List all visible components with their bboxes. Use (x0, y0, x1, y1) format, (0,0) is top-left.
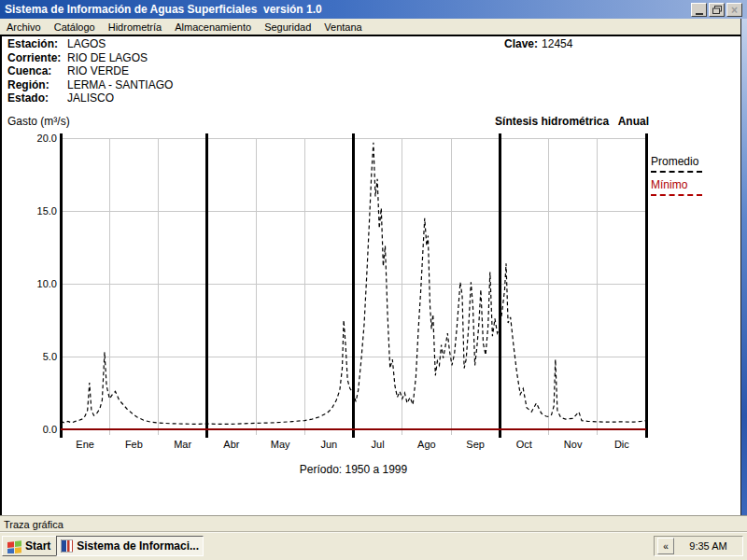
menu-bar: Archivo Catálogo Hidrometría Almacenamie… (0, 19, 747, 35)
svg-text:Ene: Ene (76, 439, 94, 450)
chevron-left-icon: « (663, 541, 669, 552)
start-button[interactable]: Start (2, 536, 58, 556)
minimize-icon (696, 13, 703, 15)
field-label: Estado: (7, 91, 67, 105)
system-tray: « 9:35 AM (654, 536, 743, 556)
info-row-estacion: Estación:LAGOS (7, 37, 173, 51)
field-label: Cuenca: (7, 64, 67, 78)
svg-text:10.0: 10.0 (37, 278, 57, 289)
svg-text:Jun: Jun (321, 439, 338, 450)
field-label: Estación: (7, 37, 67, 51)
status-text: Traza gráfica (4, 519, 63, 530)
desktop: Sistema de Información de Aguas Superfic… (0, 0, 747, 560)
window-title: Sistema de Información de Aguas Superfic… (0, 3, 322, 16)
restore-button[interactable] (709, 3, 725, 17)
field-value: JALISCO (67, 91, 114, 105)
svg-text:May: May (271, 439, 290, 450)
app-icon (61, 539, 73, 553)
svg-text:Nov: Nov (564, 439, 583, 450)
window-right-border (740, 19, 747, 515)
info-row-cuenca: Cuenca:RIO VERDE (7, 64, 173, 78)
status-bar: Traza gráfica (0, 515, 747, 532)
svg-text:Feb: Feb (125, 439, 143, 450)
menu-seguridad[interactable]: Seguridad (258, 21, 317, 33)
y-axis-title: Gasto (m³/s) (7, 115, 70, 128)
svg-text:20.0: 20.0 (37, 133, 57, 144)
svg-text:Sep: Sep (466, 439, 485, 450)
start-label: Start (25, 539, 50, 553)
clave-value: 12454 (542, 37, 572, 50)
svg-text:Jul: Jul (372, 439, 385, 450)
field-value: RIO VERDE (67, 64, 129, 77)
taskbar: Start Sistema de Informaci... « 9:35 AM (0, 532, 747, 560)
info-row-corriente: Corriente:RIO DE LAGOS (7, 51, 173, 65)
tray-clock: 9:35 AM (674, 540, 742, 552)
menu-catalogo[interactable]: Catálogo (48, 21, 102, 33)
svg-text:5.0: 5.0 (43, 351, 57, 362)
svg-text:15.0: 15.0 (37, 205, 57, 217)
station-info: Estación:LAGOS Corriente:RIO DE LAGOS Cu… (7, 37, 173, 105)
chart-legend: Promedio Mínimo (651, 155, 702, 202)
tray-collapse-button[interactable]: « (657, 538, 674, 554)
field-value: RIO DE LAGOS (67, 51, 148, 64)
menu-hidrometria[interactable]: Hidrometría (102, 21, 168, 33)
task-button-sistema[interactable]: Sistema de Informaci... (56, 536, 204, 556)
close-button[interactable]: × (726, 3, 742, 17)
clave-label: Clave: (504, 37, 538, 50)
svg-text:0.0: 0.0 (43, 424, 57, 435)
info-row-estado: Estado:JALISCO (7, 91, 173, 105)
windows-logo-icon (7, 539, 22, 553)
legend-minimo-label: Mínimo (651, 178, 702, 191)
menu-archivo[interactable]: Archivo (0, 21, 48, 33)
hydrograph-chart: 0.05.010.015.020.0EneFebMarAbrMayJunJulA… (23, 133, 654, 459)
legend-minimo-sample (651, 194, 702, 196)
menu-almacenamiento[interactable]: Almacenamiento (168, 21, 258, 33)
window-controls: × (691, 3, 742, 17)
svg-text:Abr: Abr (223, 439, 239, 450)
clave-field: Clave:12454 (504, 37, 572, 50)
field-value: LAGOS (67, 37, 106, 50)
svg-text:Ago: Ago (417, 439, 436, 450)
info-row-region: Región:LERMA - SANTIAGO (7, 78, 173, 92)
svg-text:Dic: Dic (614, 439, 629, 450)
chart-title: Síntesis hidrométrica Anual (355, 115, 649, 128)
period-caption: Período: 1950 a 1999 (61, 463, 646, 476)
restore-icon (712, 6, 722, 14)
task-label: Sistema de Informaci... (77, 539, 199, 553)
legend-promedio-label: Promedio (651, 155, 702, 168)
window-titlebar: Sistema de Información de Aguas Superfic… (0, 0, 747, 19)
svg-text:Mar: Mar (174, 439, 191, 450)
svg-text:Oct: Oct (516, 439, 532, 450)
minimize-button[interactable] (691, 3, 707, 17)
field-label: Región: (7, 78, 67, 92)
field-label: Corriente: (7, 51, 67, 65)
menu-ventana[interactable]: Ventana (317, 21, 368, 33)
close-icon: × (731, 6, 738, 15)
field-value: LERMA - SANTIAGO (67, 78, 173, 91)
legend-promedio-sample (651, 171, 702, 173)
